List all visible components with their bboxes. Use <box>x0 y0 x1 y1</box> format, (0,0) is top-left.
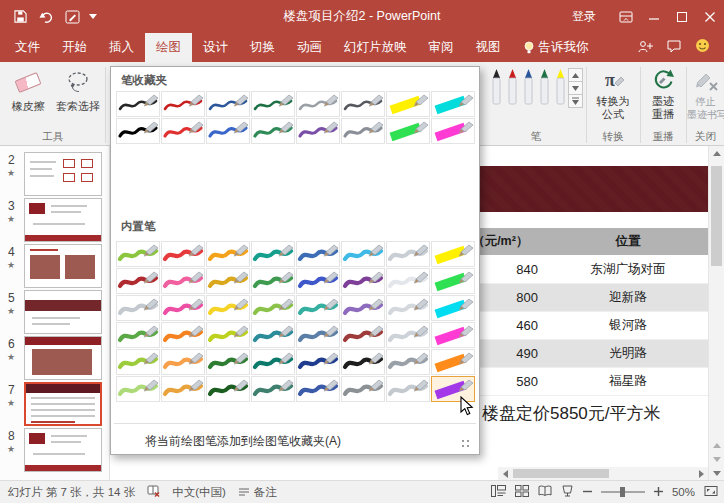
smiley-icon[interactable] <box>695 38 710 57</box>
gallery-scroll-down-icon[interactable] <box>568 81 583 95</box>
ribbon-pen-2[interactable] <box>506 68 519 114</box>
builtin-pen-26[interactable] <box>161 322 205 348</box>
zoom-in-icon[interactable] <box>654 486 663 498</box>
tab-slideshow[interactable]: 幻灯片放映 <box>333 33 418 62</box>
zoom-slider-thumb[interactable] <box>620 487 625 497</box>
favorite-pen-4[interactable] <box>251 91 295 117</box>
undo-icon[interactable] <box>34 5 58 29</box>
favorite-pen-14[interactable] <box>341 118 385 144</box>
tab-insert[interactable]: 插入 <box>98 33 145 62</box>
ribbon-pen-4[interactable] <box>538 68 551 114</box>
builtin-pen-47[interactable] <box>386 376 430 402</box>
save-icon[interactable] <box>8 5 32 29</box>
tab-design[interactable]: 设计 <box>192 33 239 62</box>
builtin-pen-18[interactable] <box>161 295 205 321</box>
zoom-slider[interactable] <box>601 491 645 493</box>
builtin-pen-24[interactable] <box>431 295 475 321</box>
builtin-pen-40[interactable] <box>431 349 475 375</box>
normal-view-icon[interactable] <box>491 485 506 499</box>
builtin-pen-3[interactable] <box>206 241 250 267</box>
tab-review[interactable]: 审阅 <box>418 33 465 62</box>
slide-sorter-icon[interactable] <box>515 485 529 499</box>
spellcheck-icon[interactable] <box>147 485 160 499</box>
ink-to-math-button[interactable]: π 转换为 公式 <box>588 65 638 121</box>
builtin-pen-23[interactable] <box>386 295 430 321</box>
builtin-pen-46[interactable] <box>341 376 385 402</box>
minimize-icon[interactable] <box>640 0 668 33</box>
vertical-scrollbar[interactable] <box>708 146 724 480</box>
builtin-pen-21[interactable] <box>296 295 340 321</box>
gallery-scroll-up-icon[interactable] <box>568 68 583 82</box>
builtin-pen-15[interactable] <box>386 268 430 294</box>
builtin-pen-14[interactable] <box>341 268 385 294</box>
slide-thumbnail-4[interactable] <box>24 244 102 288</box>
ribbon-pen-5[interactable] <box>554 68 567 114</box>
slide-caption[interactable]: 楼盘定价5850元/平方米 <box>482 402 661 425</box>
inking-mode-icon[interactable] <box>60 5 84 29</box>
builtin-pen-17[interactable] <box>116 295 160 321</box>
share-icon[interactable] <box>638 39 653 57</box>
slide-table[interactable]: 价（元/m²） 位置 840东湖广场对面800迎新路460银河路490光明路58… <box>440 228 708 396</box>
builtin-pen-34[interactable] <box>161 349 205 375</box>
builtin-pen-38[interactable] <box>341 349 385 375</box>
builtin-pen-16[interactable] <box>431 268 475 294</box>
builtin-pen-7[interactable] <box>386 241 430 267</box>
favorite-pen-5[interactable] <box>296 91 340 117</box>
sign-in-button[interactable]: 登录 <box>566 8 612 25</box>
builtin-pen-41[interactable] <box>116 376 160 402</box>
builtin-pen-25[interactable] <box>116 322 160 348</box>
ribbon-pen-1[interactable] <box>490 68 503 114</box>
builtin-pen-11[interactable] <box>206 268 250 294</box>
builtin-pen-33[interactable] <box>116 349 160 375</box>
ribbon-pen-3[interactable] <box>522 68 535 114</box>
slide-thumbnail-8[interactable] <box>24 428 102 472</box>
close-icon[interactable] <box>696 0 724 33</box>
favorite-pen-13[interactable] <box>296 118 340 144</box>
previous-slide-icon[interactable] <box>709 438 724 452</box>
horizontal-scrollbar[interactable] <box>498 467 708 480</box>
favorite-pen-8[interactable] <box>431 91 475 117</box>
builtin-pen-45[interactable] <box>296 376 340 402</box>
favorite-pen-2[interactable] <box>161 91 205 117</box>
scroll-right-icon[interactable] <box>694 467 708 480</box>
favorite-pen-15[interactable] <box>386 118 430 144</box>
gallery-expand-icon[interactable] <box>568 94 583 108</box>
tab-animations[interactable]: 动画 <box>286 33 333 62</box>
builtin-pen-35[interactable] <box>206 349 250 375</box>
builtin-pen-29[interactable] <box>296 322 340 348</box>
builtin-pen-32[interactable] <box>431 322 475 348</box>
favorite-pen-9[interactable] <box>116 118 160 144</box>
tab-draw[interactable]: 绘图 <box>145 33 192 62</box>
builtin-pen-39[interactable] <box>386 349 430 375</box>
slide-thumbnail-3[interactable] <box>24 198 102 242</box>
builtin-pen-2[interactable] <box>161 241 205 267</box>
maximize-icon[interactable] <box>668 0 696 33</box>
stop-inking-button[interactable]: 停止 墨迹书写 <box>687 65 724 121</box>
zoom-level[interactable]: 50% <box>672 486 695 498</box>
next-slide-icon[interactable] <box>709 452 724 466</box>
ink-replay-button[interactable]: 墨迹 重播 <box>642 65 684 121</box>
builtin-pen-13[interactable] <box>296 268 340 294</box>
tab-home[interactable]: 开始 <box>51 33 98 62</box>
favorite-pen-12[interactable] <box>251 118 295 144</box>
lasso-select-button[interactable]: 套索选择 <box>54 65 102 114</box>
builtin-pen-1[interactable] <box>116 241 160 267</box>
slideshow-icon[interactable] <box>561 485 574 499</box>
notes-button[interactable]: 备注 <box>238 485 277 500</box>
ribbon-display-options-icon[interactable] <box>612 0 640 33</box>
builtin-pen-12[interactable] <box>251 268 295 294</box>
scroll-down-icon[interactable] <box>709 466 724 480</box>
eraser-button[interactable]: 橡皮擦 <box>4 65 52 114</box>
builtin-pen-37[interactable] <box>296 349 340 375</box>
add-to-favorites-item[interactable]: 将当前绘图笔添加到绘图笔收藏夹(A) <box>111 429 479 453</box>
fit-slide-icon[interactable] <box>704 485 718 499</box>
builtin-pen-4[interactable] <box>251 241 295 267</box>
scroll-left-icon[interactable] <box>498 467 512 480</box>
favorite-pen-7[interactable] <box>386 91 430 117</box>
dropdown-caret-icon[interactable] <box>86 5 100 29</box>
builtin-pen-9[interactable] <box>116 268 160 294</box>
builtin-pen-27[interactable] <box>206 322 250 348</box>
tab-transitions[interactable]: 切换 <box>239 33 286 62</box>
favorite-pen-1[interactable] <box>116 91 160 117</box>
slide-thumbnail-2[interactable] <box>24 152 102 196</box>
